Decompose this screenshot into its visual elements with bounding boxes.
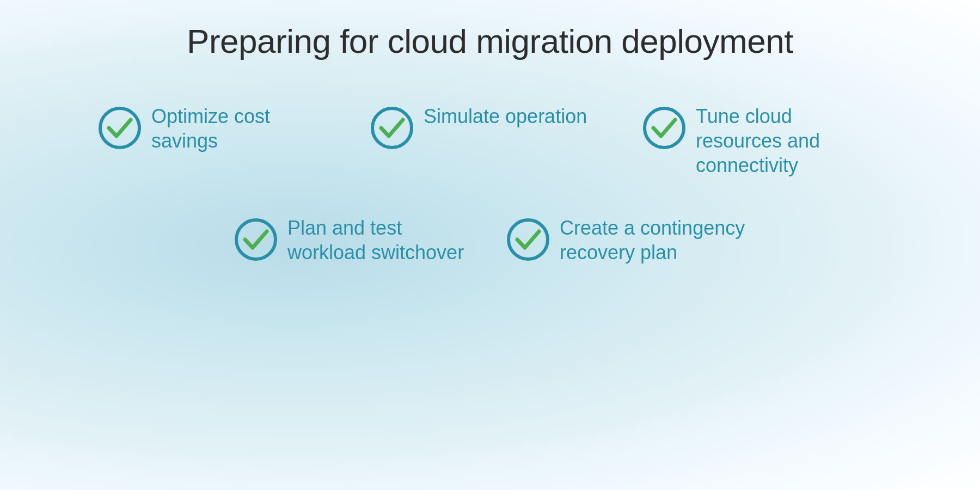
checklist-item-plan-test: Plan and test workload switchover (218, 205, 490, 275)
checklist-row-2: Plan and test workload switchover Create… (0, 205, 980, 275)
checklist-row-1: Optimize cost savings Simulate operation (0, 93, 980, 188)
checklist-item-text-plan-test: Plan and test workload switchover (287, 216, 474, 265)
checkmark-icon-1 (98, 106, 142, 150)
checklist-grid: Optimize cost savings Simulate operation (0, 93, 980, 275)
checkmark-icon-5 (506, 218, 550, 261)
checkmark-icon-2 (370, 106, 414, 150)
page-title: Preparing for cloud migration deployment (187, 22, 793, 60)
svg-point-4 (509, 220, 548, 259)
checklist-item-text-contingency: Create a contingency recovery plan (560, 216, 746, 265)
svg-point-0 (100, 108, 139, 148)
checklist-item-text-optimize-cost: Optimize cost savings (151, 104, 338, 153)
checklist-item-optimize-cost: Optimize cost savings (82, 93, 354, 188)
checkmark-icon-3 (642, 106, 686, 150)
svg-point-3 (236, 220, 275, 259)
page-background: Preparing for cloud migration deployment… (0, 0, 980, 490)
svg-point-2 (645, 108, 684, 148)
checklist-item-contingency: Create a contingency recovery plan (490, 205, 762, 275)
checklist-item-simulate: Simulate operation (354, 93, 626, 188)
checklist-item-text-tune-cloud: Tune cloud resources and connectivity (696, 104, 882, 177)
svg-point-1 (372, 108, 412, 148)
checklist-item-tune-cloud: Tune cloud resources and connectivity (626, 93, 898, 188)
checklist-item-text-simulate: Simulate operation (424, 104, 587, 128)
checkmark-icon-4 (234, 218, 278, 261)
